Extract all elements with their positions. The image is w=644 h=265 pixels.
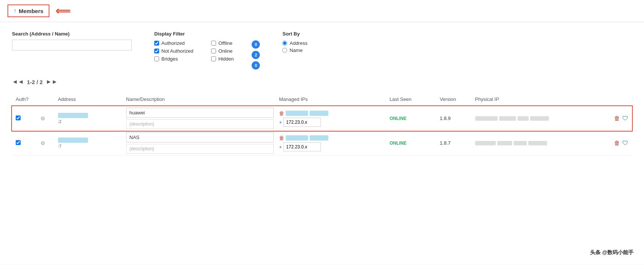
col-version: Version (436, 93, 471, 106)
row2-name-cell (125, 131, 276, 155)
filter-online: Online (211, 48, 234, 54)
filter-col-badges: 0 2 0 (252, 40, 260, 70)
row1-action-icons: 🗑 🛡 (605, 115, 628, 122)
row1-name-input[interactable] (126, 108, 274, 118)
row1-addr-suffix: :2 (58, 119, 121, 124)
row2-managed-add-row: + (279, 142, 382, 151)
sort-section: Sort By Address Name (282, 31, 307, 53)
row2-tools-cell: ⚙ (39, 131, 54, 155)
row2-addr-suffix: :7 (58, 144, 121, 148)
row1-version: 1.8.9 (440, 115, 451, 121)
row1-phys4 (530, 116, 549, 121)
filter-authorized-label: Authorized (161, 40, 185, 46)
row1-managed-add-row: + (279, 118, 382, 127)
prev-page-btn[interactable]: ◄◄ (12, 78, 24, 85)
row2-tool-icon[interactable]: ⚙ (40, 140, 45, 146)
main-content: Search (Address / Name) Display Filter A… (0, 22, 644, 265)
filter-col-mid: Offline Online Hidden (211, 40, 234, 70)
col-actions (602, 93, 632, 106)
col-name: Name/Description (125, 93, 276, 106)
pagination: ◄◄ 1-2 / 2 ►► (12, 78, 632, 85)
members-label: Members (19, 8, 43, 14)
row1-phys3 (517, 116, 529, 121)
row2-addr-blurred (58, 138, 88, 143)
row1-managed-del-row: 🗑 (279, 110, 382, 116)
checkbox-authorized[interactable] (154, 41, 159, 46)
row1-managed-cell: 🗑 + (275, 106, 386, 131)
col-managed: Managed IPs (275, 93, 386, 106)
watermark: 头条 @数码小能手 (587, 248, 637, 258)
sort-address: Address (282, 40, 307, 46)
row2-add-icon[interactable]: + (279, 144, 282, 150)
row2-checkbox[interactable] (16, 140, 21, 145)
row1-physical-cell (471, 106, 602, 131)
row2-version: 1.8.7 (440, 140, 451, 146)
row1-trash-icon[interactable]: 🗑 (614, 115, 620, 122)
col-physical: Physical IP (471, 93, 602, 106)
filter-offline-label: Offline (218, 40, 232, 46)
table-header-row: Auth? Address Name/Description Managed I… (12, 93, 632, 106)
search-label: Search (Address / Name) (12, 31, 132, 37)
row2-name-input[interactable] (126, 132, 274, 142)
row1-tool-icon[interactable]: ⚙ (40, 115, 45, 121)
row2-managed-del-row: 🗑 (279, 135, 382, 141)
row1-phys2 (499, 116, 516, 121)
row1-checkbox[interactable] (16, 115, 21, 120)
col-lastseen: Last Seen (386, 93, 436, 106)
checkbox-bridges[interactable] (154, 56, 159, 61)
row2-del-icon[interactable]: 🗑 (279, 135, 284, 141)
row2-ip-input[interactable] (283, 142, 321, 151)
search-section: Search (Address / Name) (12, 31, 132, 50)
filter-bridges-label: Bridges (161, 56, 178, 62)
filter-columns: Authorized Not Authorized Bridges Offlin… (154, 40, 260, 70)
filter-not-authorized: Not Authorized (154, 48, 193, 54)
sort-address-label: Address (289, 40, 307, 46)
row1-shield-icon[interactable]: 🛡 (622, 115, 628, 122)
row1-online-badge: ONLINE (389, 116, 406, 121)
row2-ip-blurred2 (310, 135, 328, 141)
row1-ip-input[interactable] (283, 118, 321, 127)
row1-actions-cell: 🗑 🛡 (602, 106, 632, 131)
row2-phys4 (528, 141, 547, 145)
controls-row: Search (Address / Name) Display Filter A… (12, 31, 632, 70)
row2-physical-cell (471, 131, 602, 155)
checkbox-not-authorized[interactable] (154, 49, 159, 53)
row1-del-icon[interactable]: 🗑 (279, 110, 284, 116)
row1-lastseen-cell: ONLINE (386, 106, 436, 131)
members-button[interactable]: ↑ Members (7, 4, 49, 17)
col-address-val: Address (54, 93, 125, 106)
next-page-btn[interactable]: ►► (46, 78, 58, 85)
row1-addr-blurred (58, 113, 88, 118)
badge-offline: 0 (252, 40, 260, 49)
pagination-text: 1-2 / 2 (27, 79, 43, 85)
members-table: Auth? Address Name/Description Managed I… (12, 93, 632, 155)
row2-phys2 (497, 141, 512, 145)
header-bar: ↑ Members ⟸ (0, 0, 644, 22)
row2-lastseen-cell: ONLINE (386, 131, 436, 155)
row2-desc-input[interactable] (126, 144, 274, 154)
arrow-annotation: ⟸ (55, 5, 70, 17)
row1-name-inner (126, 108, 274, 129)
row1-desc-input[interactable] (126, 119, 274, 129)
row2-online-badge: ONLINE (389, 141, 406, 146)
row1-add-icon[interactable]: + (279, 119, 282, 125)
radio-name[interactable] (282, 48, 287, 53)
badge-online: 2 (252, 51, 260, 59)
radio-address[interactable] (282, 41, 287, 46)
filter-col-left: Authorized Not Authorized Bridges (154, 40, 193, 70)
row2-name-inner (126, 132, 274, 154)
filter-online-label: Online (218, 48, 233, 54)
row2-trash-icon[interactable]: 🗑 (614, 140, 620, 147)
checkbox-offline[interactable] (211, 41, 216, 46)
search-input[interactable] (12, 40, 132, 50)
display-filter-section: Display Filter Authorized Not Authorized… (154, 31, 260, 70)
row1-ip-blurred (286, 111, 308, 116)
filter-offline: Offline (211, 40, 234, 46)
row1-tools-cell: ⚙ (39, 106, 54, 131)
row2-shield-icon[interactable]: 🛡 (622, 140, 628, 147)
checkbox-online[interactable] (211, 49, 216, 53)
filter-bridges: Bridges (154, 56, 193, 62)
sort-name: Name (282, 47, 307, 53)
checkbox-hidden[interactable] (211, 56, 216, 61)
sort-name-label: Name (289, 47, 303, 53)
